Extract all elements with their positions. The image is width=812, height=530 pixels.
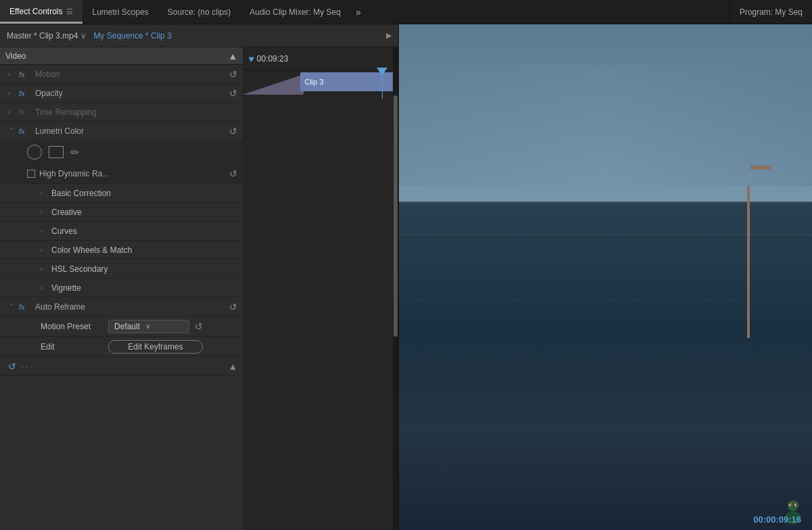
video-preview-panel: 00:00:09:16 (399, 24, 812, 530)
video-section-title: Video (5, 51, 26, 61)
creative-expand: › (41, 209, 47, 216)
motion-preset-dropdown-arrow: ∨ (145, 322, 150, 330)
motion-preset-reset-icon[interactable]: ↺ (195, 321, 203, 332)
curves-item[interactable]: › Curves (0, 222, 243, 241)
opacity-effect-name: Opacity (35, 89, 63, 98)
edit-keyframes-button[interactable]: Edit Keyframes (108, 340, 203, 354)
svg-point-5 (790, 504, 792, 506)
opacity-fx-badge: fx (19, 89, 31, 97)
basic-correction-expand: › (41, 190, 47, 197)
color-wheels-expand: › (41, 247, 47, 254)
motion-preset-row: Motion Preset Default ∨ ↺ (0, 316, 243, 337)
tab-effect-controls[interactable]: Effect Controls ☰ (0, 0, 82, 24)
vignette-expand: › (41, 285, 47, 291)
curves-label: Curves (51, 226, 77, 236)
clip-selector-bar: Master * Clip 3.mp4 ∨ My Sequence * Clip… (0, 24, 398, 47)
video-section-header: Video ▲ (0, 47, 243, 65)
timeline-timecode: 00:09:23 (257, 54, 289, 64)
auto-reframe-effect-row[interactable]: › fx Auto Reframe ↺ (0, 297, 243, 316)
forward-arrow[interactable]: ▶ (386, 31, 391, 40)
auto-reframe-reset-icon[interactable]: ↺ (229, 302, 237, 312)
motion-effect-name: Motion (35, 70, 59, 79)
timeline-scrollbar-thumb[interactable] (393, 95, 398, 337)
timeline-header: ♥ 00:09:23 (243, 47, 398, 70)
pier-horizontal (750, 166, 771, 170)
motion-preset-value: Default (114, 322, 140, 331)
bottom-scroll-label: · · · (22, 362, 33, 371)
timeline-area: ♥ 00:09:23 Clip 3 (243, 47, 398, 530)
color-wheels-label: Color Wheels & Match (51, 245, 132, 255)
sequence-label: My Sequence * Clip 3 (93, 31, 171, 41)
hdr-label: High Dynamic Ra... (39, 169, 109, 178)
svg-marker-0 (243, 74, 304, 95)
lumetri-effect-name: Lumetri Color (35, 126, 84, 136)
opacity-effect-row[interactable]: › fx Opacity ↺ (0, 84, 243, 103)
color-wheels-item[interactable]: › Color Wheels & Match (0, 241, 243, 260)
clip-track-area: Clip 3 (243, 70, 398, 99)
tab-menu-icon[interactable]: ☰ (66, 7, 73, 16)
time-remapping-effect-name: Time Remapping (35, 107, 97, 117)
hdr-reset-icon[interactable]: ↺ (229, 168, 237, 179)
tab-lumetri-scopes[interactable]: Lumetri Scopes (82, 0, 158, 24)
motion-reset-icon[interactable]: ↺ (229, 69, 237, 80)
lumetri-reset-icon[interactable]: ↺ (229, 126, 237, 137)
playhead-line (382, 70, 383, 99)
tab-source[interactable]: Source: (no clips) (158, 0, 240, 24)
basic-correction-item[interactable]: › Basic Correction (0, 184, 243, 203)
header-tabs: Effect Controls ☰ Lumetri Scopes Source:… (0, 0, 812, 24)
creative-item[interactable]: › Creative (0, 203, 243, 222)
ellipse-mask-tool[interactable] (27, 145, 42, 160)
tabs-overflow-button[interactable]: » (350, 7, 366, 18)
curves-expand: › (41, 228, 47, 235)
tab-audio-clip-mixer[interactable]: Audio Clip Mixer: My Seq (240, 0, 350, 24)
video-timecode-display: 00:00:09:16 (753, 514, 807, 525)
hdr-checkbox[interactable] (27, 170, 35, 178)
basic-correction-label: Basic Correction (51, 189, 111, 198)
tab-effect-controls-label: Effect Controls (9, 7, 62, 16)
timeline-scrollbar[interactable] (393, 47, 398, 530)
hsl-secondary-item[interactable]: › HSL Secondary (0, 260, 243, 279)
tab-lumetri-scopes-label: Lumetri Scopes (92, 7, 148, 17)
clip-dropdown-arrow[interactable]: ∨ (80, 31, 87, 41)
lumetri-fx-badge: fx (19, 127, 31, 135)
tab-source-label: Source: (no clips) (168, 7, 231, 17)
opacity-expand-arrow: › (8, 90, 15, 97)
vignette-label: Vignette (51, 283, 81, 293)
bottom-scroll-row: ↺ · · · ▲ (0, 357, 243, 376)
auto-reframe-effect-name: Auto Reframe (35, 302, 85, 312)
time-remapping-fx-badge: fx (19, 108, 31, 116)
svg-point-6 (796, 504, 797, 506)
vignette-item[interactable]: › Vignette (0, 279, 243, 297)
hsl-secondary-expand: › (41, 266, 47, 272)
hdr-row: High Dynamic Ra... ↺ (0, 164, 243, 184)
auto-reframe-expand-arrow: › (8, 304, 15, 310)
pier-post (747, 186, 750, 337)
motion-preset-dropdown[interactable]: Default ∨ (108, 320, 189, 333)
motion-effect-row[interactable]: › fx Motion ↺ (0, 65, 243, 84)
program-tab-label: Program: My Seq (740, 7, 803, 17)
creative-label: Creative (51, 208, 82, 217)
playhead-heart-icon: ♥ (248, 53, 254, 64)
video-frame: 00:00:09:16 (399, 24, 812, 530)
effect-controls-panel: Master * Clip 3.mp4 ∨ My Sequence * Clip… (0, 24, 399, 530)
pen-mask-tool[interactable]: ✏ (70, 146, 79, 159)
video-timecode-overlay: 00:00:09:16 (753, 514, 807, 525)
rect-mask-tool[interactable] (49, 146, 64, 158)
tab-audio-clip-mixer-label: Audio Clip Mixer: My Seq (249, 7, 341, 17)
time-remapping-expand-arrow: › (8, 109, 15, 116)
video-section-collapse-icon[interactable]: ▲ (229, 51, 238, 62)
lumetri-expand-arrow: › (8, 128, 15, 135)
motion-fx-badge: fx (19, 70, 31, 78)
tab-program[interactable]: Program: My Seq (730, 0, 812, 24)
time-remapping-effect-row[interactable]: › fx Time Remapping (0, 103, 243, 122)
main-content: Master * Clip 3.mp4 ∨ My Sequence * Clip… (0, 24, 812, 530)
edit-label: Edit (41, 342, 108, 352)
bottom-row-reset[interactable]: ▲ (229, 361, 238, 372)
lumetri-tools-row: ✏ (0, 141, 243, 164)
controls-left: Video ▲ › fx Motion ↺ › fx Opacity ↺ (0, 47, 243, 530)
clip-block-label: Clip 3 (304, 78, 323, 86)
opacity-reset-icon[interactable]: ↺ (229, 88, 237, 99)
lumetri-color-effect-row[interactable]: › fx Lumetri Color ↺ (0, 122, 243, 141)
clip-selector-left: Master * Clip 3.mp4 ∨ (7, 31, 87, 41)
motion-expand-arrow: › (8, 71, 15, 78)
